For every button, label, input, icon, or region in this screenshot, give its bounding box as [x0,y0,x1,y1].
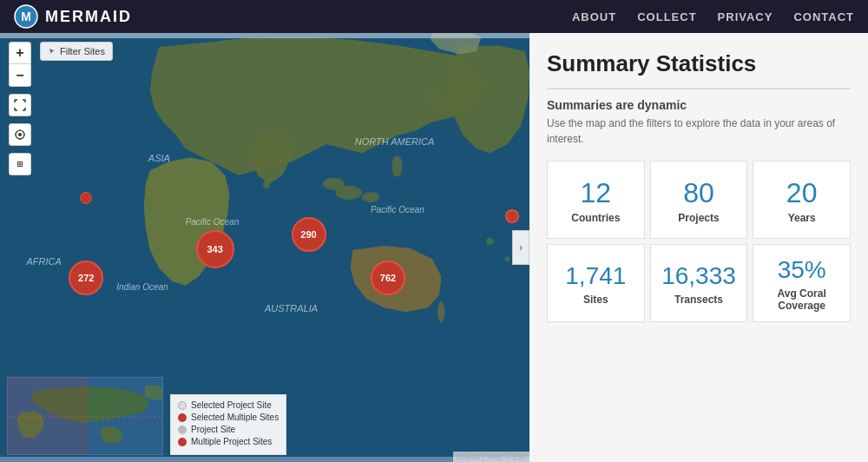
stat-value-projects: 80 [683,179,714,207]
cluster-value-290: 290 [300,229,316,240]
stat-label-transects: Transects [674,294,723,306]
cluster-value-762: 762 [380,273,396,283]
mini-map [7,377,163,455]
stat-card-countries: 12 Countries [547,161,645,239]
svg-point-12 [505,256,510,261]
nav-collect[interactable]: COLLECT [637,10,696,23]
header: M MERMAID ABOUT COLLECT PRIVACY CONTACT [0,0,868,33]
legend-dot-project-site [178,426,187,434]
cluster-marker-272[interactable]: 272 [69,261,103,295]
cluster-marker-290[interactable]: 290 [292,217,326,252]
stat-label-coral-coverage: Avg Coral Coverage [762,287,841,312]
zoom-out-button[interactable]: − [9,64,31,87]
expand-panel-button[interactable]: › [512,230,529,265]
filter-sites-button[interactable]: Filter Sites [40,42,113,61]
legend-multiple-project-sites: Multiple Project Sites [178,437,279,446]
logo-text: MERMAID [45,8,132,26]
cluster-value-272: 272 [78,273,94,283]
map-legend: Selected Project Site Selected Multiple … [170,394,286,455]
stat-value-countries: 12 [581,179,612,207]
stat-value-coral-coverage: 35% [778,258,826,282]
legend-label-selected-multiple: Selected Multiple Sites [191,412,279,422]
zoom-in-button[interactable]: + [9,42,31,64]
zoom-controls: + − [9,42,31,87]
stats-title: Summary Statistics [547,50,851,89]
stat-label-projects: Projects [678,212,719,224]
single-site-marker[interactable] [80,192,92,204]
svg-rect-13 [0,33,529,38]
legend-selected-project-site: Selected Project Site [178,400,279,410]
stat-card-transects: 16,333 Transects [650,244,748,322]
stat-card-coral-coverage: 35% Avg Coral Coverage [753,244,851,322]
svg-point-16 [18,133,22,136]
legend-dot-multiple-projects [178,438,187,446]
fullscreen-icon [14,99,26,111]
svg-point-9 [437,301,444,322]
stat-label-countries: Countries [571,212,620,224]
svg-point-11 [486,238,493,245]
svg-point-4 [335,186,362,200]
map-controls: + − ⊞ [9,42,31,175]
svg-rect-23 [8,378,86,455]
legend-dot-selected-multiple [178,413,187,422]
filter-sites-label: Filter Sites [60,46,105,56]
layers-button[interactable]: ⊞ [9,153,31,175]
main-nav: ABOUT COLLECT PRIVACY CONTACT [572,10,854,23]
stats-subtitle: Summaries are dynamic [547,98,851,112]
stat-value-years: 20 [786,179,818,207]
stats-grid-row2: 1,741 Sites 16,333 Transects 35% Avg Cor… [547,244,851,322]
location-icon [15,129,25,140]
cluster-value-343: 343 [207,244,223,254]
nav-privacy[interactable]: PRIVACY [718,10,773,23]
stats-grid-row1: 12 Countries 80 Projects 20 Years [547,161,851,239]
legend-label-selected-project: Selected Project Site [191,400,272,410]
legend-selected-multiple-sites: Selected Multiple Sites [178,412,279,422]
fullscreen-button[interactable] [9,94,31,116]
location-button[interactable] [9,123,31,146]
svg-rect-14 [0,457,529,462]
svg-point-10 [391,155,402,176]
cluster-marker-343[interactable]: 343 [196,230,234,268]
legend-project-site: Project Site [178,425,279,434]
stat-value-transects: 16,333 [661,264,736,288]
cluster-marker-edge[interactable] [505,209,519,223]
map-container[interactable]: ASIA AFRICA AUSTRALIA NORTH AMERICA Paci… [0,33,529,462]
nav-about[interactable]: ABOUT [572,10,616,23]
map-attribution: Leaflet | Tiles © Esri [453,452,529,462]
svg-point-5 [362,192,379,202]
stat-card-years: 20 Years [753,161,851,239]
stat-label-sites: Sites [583,294,608,306]
logo-icon: M [14,4,38,29]
stats-description: Use the map and the filters to explore t… [547,116,851,147]
logo: M MERMAID [14,4,132,29]
stat-value-sites: 1,741 [565,264,626,288]
nav-contact[interactable]: CONTACT [793,10,854,23]
svg-text:M: M [21,10,31,23]
cursor-icon [48,47,56,56]
main-content: ASIA AFRICA AUSTRALIA NORTH AMERICA Paci… [0,33,868,462]
stat-card-sites: 1,741 Sites [547,244,645,322]
cluster-marker-762[interactable]: 762 [371,261,405,295]
mini-map-svg [8,378,163,455]
legend-dot-selected-project [178,401,187,410]
stat-card-projects: 80 Projects [650,161,748,239]
stats-panel: Summary Statistics Summaries are dynamic… [529,33,868,462]
legend-label-project-site: Project Site [191,425,235,434]
svg-point-8 [263,180,270,188]
stat-label-years: Years [788,212,816,224]
legend-label-multiple-projects: Multiple Project Sites [191,437,272,446]
